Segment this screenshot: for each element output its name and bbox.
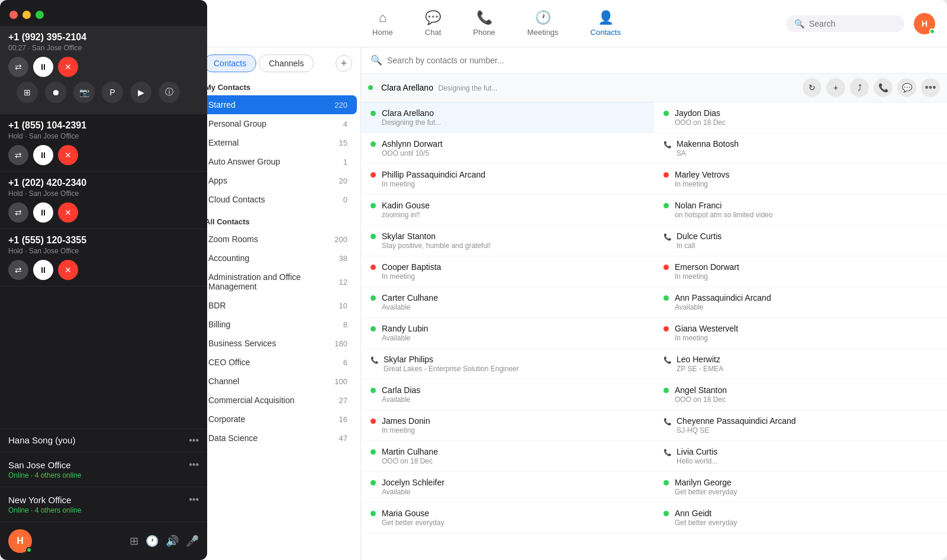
sidebar-item-accounting[interactable]: Accounting38: [199, 249, 357, 268]
group-item-san-jose[interactable]: San Jose Office ••• Online · 4 others on…: [0, 452, 207, 487]
tab-contacts[interactable]: Contacts: [204, 54, 256, 72]
mic-btn[interactable]: 🎤: [186, 535, 199, 548]
group-name-san-jose: San Jose Office: [8, 460, 71, 470]
transfer-button-3[interactable]: ⇄: [8, 202, 28, 223]
keypad-grid-btn[interactable]: ⊞: [17, 82, 38, 103]
search-input[interactable]: [809, 19, 886, 28]
sidebar-item-cloud-contacts[interactable]: Cloud Contacts 0: [199, 190, 357, 209]
sidebar-item-business-services[interactable]: Business Services180: [199, 334, 357, 353]
nav-contacts[interactable]: 👤 Contacts: [584, 5, 628, 41]
end-call-button-4[interactable]: ✕: [58, 260, 78, 280]
contact-row[interactable]: 📞Leo HerwitzZP SE - EMEA: [654, 349, 947, 379]
action-refresh-btn[interactable]: ↻: [803, 78, 822, 97]
action-more-btn[interactable]: •••: [921, 78, 940, 97]
top-search-bar[interactable]: 🔍: [786, 15, 904, 32]
contact-row[interactable]: Jocelyn SchleiferAvailable: [361, 472, 654, 503]
contact-row[interactable]: James DoninIn meeting: [361, 410, 654, 441]
pause-button-4[interactable]: ⏸: [33, 260, 53, 280]
close-icon[interactable]: [9, 11, 18, 19]
contacts-search-input[interactable]: [387, 56, 938, 65]
sidebar-item-starred[interactable]: Starred 220: [199, 95, 357, 114]
transfer-button-1[interactable]: ⇄: [8, 57, 28, 77]
you-more-btn[interactable]: •••: [189, 435, 199, 446]
contact-row[interactable]: Angel StantonOOO on 18 Dec: [654, 379, 947, 410]
voicemail-btn[interactable]: 🔊: [166, 535, 179, 548]
group-item-new-york[interactable]: New York Office ••• Online · 4 others on…: [0, 487, 207, 522]
history-btn[interactable]: 🕐: [146, 535, 159, 548]
pause-button-2[interactable]: ⏸: [33, 145, 53, 165]
minimize-icon[interactable]: [22, 11, 31, 19]
contact-name: Carla Dias: [382, 385, 645, 395]
sidebar-item-external[interactable]: External 15: [199, 133, 357, 152]
nav-phone[interactable]: 📞 Phone: [466, 5, 503, 41]
end-call-button-1[interactable]: ✕: [58, 57, 78, 77]
sidebar-item-billing[interactable]: Billing8: [199, 315, 357, 334]
contact-row[interactable]: Carla DiasAvailable: [361, 379, 654, 410]
contact-row[interactable]: Skylar StantonStay positive, humble and …: [361, 226, 654, 256]
contact-row[interactable]: 📞Makenna BotoshSA: [654, 133, 947, 164]
contact-row[interactable]: 📞Livia CurtisHello world...: [654, 441, 947, 472]
contact-row[interactable]: Emerson DorwartIn meeting: [654, 256, 947, 287]
contact-row[interactable]: Cooper BaptistaIn meeting: [361, 256, 654, 287]
new-york-more-btn[interactable]: •••: [189, 494, 199, 505]
sidebar-item-data-science[interactable]: Data Science47: [199, 429, 357, 448]
contact-row[interactable]: Phillip Passaquindici ArcandIn meeting: [361, 164, 654, 195]
call-item-1[interactable]: +1 (992) 395-2104 00:27 · San Jose Offic…: [0, 26, 207, 114]
sidebar-item-auto-answer[interactable]: Auto Answer Group 1: [199, 152, 357, 171]
contact-row[interactable]: Marley VetrovsIn meeting: [654, 164, 947, 195]
contact-row[interactable]: Kadin Gousezooming in!!: [361, 195, 654, 226]
sidebar-item-commercial-acquisition[interactable]: Commercial Acquisition27: [199, 391, 357, 410]
contact-row[interactable]: Ashlynn DorwartOOO until 10/5: [361, 133, 654, 164]
transfer-button-2[interactable]: ⇄: [8, 145, 28, 165]
san-jose-more-btn[interactable]: •••: [189, 459, 199, 470]
action-transfer-btn[interactable]: ⤴: [850, 78, 869, 97]
nav-chat[interactable]: 💬 Chat: [418, 5, 448, 41]
transfer-button-4[interactable]: ⇄: [8, 260, 28, 280]
tab-channels[interactable]: Channels: [259, 54, 314, 72]
contact-row[interactable]: 📞Skylar PhilipsGreat Lakes - Enterprise …: [361, 349, 654, 379]
contact-row[interactable]: Martin CulhaneOOO on 18 Dec: [361, 441, 654, 472]
sidebar-item-bdr[interactable]: BDR10: [199, 296, 357, 315]
action-call-btn[interactable]: 📞: [874, 78, 893, 97]
keypad-info-btn[interactable]: ⓘ: [159, 82, 180, 103]
call-item-4[interactable]: +1 (555) 120-3355 Hold · San Jose Office…: [0, 229, 207, 287]
contact-row[interactable]: Carter CulhaneAvailable: [361, 287, 654, 318]
pause-button-1[interactable]: ⏸: [33, 57, 53, 77]
contact-row[interactable]: Nolan Francion hotspot atm so limited vi…: [654, 195, 947, 226]
dial-pad-btn[interactable]: ⊞: [130, 535, 138, 548]
call-item-3[interactable]: +1 (202) 420-2340 Hold · San Jose Office…: [0, 172, 207, 229]
sidebar-item-corporate[interactable]: Corporate16: [199, 410, 357, 429]
maximize-icon[interactable]: [36, 11, 44, 19]
nav-meetings[interactable]: 🕐 Meetings: [520, 5, 566, 41]
end-call-button-3[interactable]: ✕: [58, 202, 78, 223]
call-item-2[interactable]: +1 (855) 104-2391 Hold · San Jose Office…: [0, 114, 207, 172]
contact-row[interactable]: Ann GeidtGet better everyday: [654, 503, 947, 533]
user-avatar[interactable]: H: [914, 13, 935, 34]
sidebar-item-zoom-rooms[interactable]: Zoom Rooms200: [199, 230, 357, 249]
contact-row[interactable]: Marilyn GeorgeGet better everyday: [654, 472, 947, 503]
contact-row[interactable]: 📞Cheyenne Passaquindici ArcandSJ-HQ SE: [654, 410, 947, 441]
contact-row[interactable]: Maria GouseGet better everyday: [361, 503, 654, 533]
pause-button-3[interactable]: ⏸: [33, 202, 53, 223]
keypad-video-btn[interactable]: 📷: [73, 82, 95, 103]
add-tab-button[interactable]: +: [336, 55, 352, 72]
action-chat-btn[interactable]: 💬: [897, 78, 916, 97]
nav-home[interactable]: ⌂ Home: [365, 5, 400, 41]
contact-row[interactable]: Giana WesterveltIn meeting: [654, 318, 947, 349]
keypad-video2-btn[interactable]: ▶: [130, 82, 152, 103]
sidebar-item-apps[interactable]: Apps 20: [199, 171, 357, 190]
contact-row[interactable]: Clara ArellanoDesigning the fut...: [361, 102, 654, 133]
sidebar-item-ceo-office[interactable]: CEO Office6: [199, 353, 357, 372]
contact-row[interactable]: Ann Passaquindici ArcandAvailable: [654, 287, 947, 318]
keypad-record-btn[interactable]: ⏺: [45, 82, 66, 103]
contact-row[interactable]: Randy LubinAvailable: [361, 318, 654, 349]
sidebar-item-channel[interactable]: Channel100: [199, 372, 357, 391]
contact-status: Available: [382, 303, 645, 311]
keypad-p-btn[interactable]: P: [102, 82, 123, 103]
contact-row[interactable]: 📞Dulce CurtisIn call: [654, 226, 947, 256]
contact-row[interactable]: Jaydon DiasOOO on 18 Dec: [654, 102, 947, 133]
action-add-btn[interactable]: +: [826, 78, 845, 97]
sidebar-item-administration-and-office-management[interactable]: Administration and Office Management12: [199, 268, 357, 296]
sidebar-item-personal-group[interactable]: Personal Group 4: [199, 114, 357, 133]
end-call-button-2[interactable]: ✕: [58, 145, 78, 165]
